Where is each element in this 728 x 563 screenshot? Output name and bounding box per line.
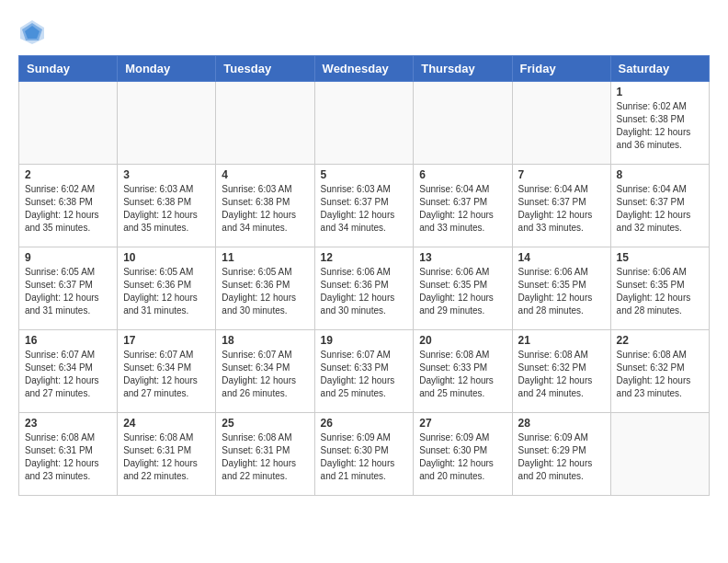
calendar-cell: 16Sunrise: 6:07 AM Sunset: 6:34 PM Dayli… xyxy=(19,330,118,413)
calendar-cell: 17Sunrise: 6:07 AM Sunset: 6:34 PM Dayli… xyxy=(118,330,216,413)
day-info: Sunrise: 6:05 AM Sunset: 6:37 PM Dayligh… xyxy=(25,266,111,317)
day-number: 14 xyxy=(518,251,605,264)
calendar-week-0: 1Sunrise: 6:02 AM Sunset: 6:38 PM Daylig… xyxy=(19,82,710,165)
calendar-cell: 1Sunrise: 6:02 AM Sunset: 6:38 PM Daylig… xyxy=(610,82,709,165)
day-info: Sunrise: 6:05 AM Sunset: 6:36 PM Dayligh… xyxy=(222,266,308,317)
header-tuesday: Tuesday xyxy=(216,56,314,82)
calendar-cell: 12Sunrise: 6:06 AM Sunset: 6:36 PM Dayli… xyxy=(314,247,414,330)
calendar-cell: 11Sunrise: 6:05 AM Sunset: 6:36 PM Dayli… xyxy=(216,247,314,330)
header-monday: Monday xyxy=(118,56,216,82)
calendar-cell: 28Sunrise: 6:09 AM Sunset: 6:29 PM Dayli… xyxy=(512,413,610,496)
day-number: 15 xyxy=(617,251,703,264)
day-number: 18 xyxy=(222,334,308,347)
day-number: 9 xyxy=(25,251,111,264)
day-info: Sunrise: 6:05 AM Sunset: 6:36 PM Dayligh… xyxy=(123,266,210,317)
calendar-week-2: 9Sunrise: 6:05 AM Sunset: 6:37 PM Daylig… xyxy=(19,247,710,330)
calendar-cell: 25Sunrise: 6:08 AM Sunset: 6:31 PM Dayli… xyxy=(216,413,314,496)
calendar-cell xyxy=(118,82,216,165)
day-number: 11 xyxy=(222,251,308,264)
calendar-cell: 15Sunrise: 6:06 AM Sunset: 6:35 PM Dayli… xyxy=(610,247,709,330)
calendar-cell xyxy=(19,82,118,165)
header-thursday: Thursday xyxy=(414,56,512,82)
day-number: 23 xyxy=(25,417,111,430)
header-sunday: Sunday xyxy=(19,56,118,82)
day-info: Sunrise: 6:03 AM Sunset: 6:37 PM Dayligh… xyxy=(321,183,408,235)
day-number: 2 xyxy=(25,168,111,181)
logo xyxy=(18,18,50,46)
day-number: 21 xyxy=(518,334,605,347)
day-info: Sunrise: 6:03 AM Sunset: 6:38 PM Dayligh… xyxy=(222,183,308,235)
calendar-cell: 22Sunrise: 6:08 AM Sunset: 6:32 PM Dayli… xyxy=(610,330,709,413)
day-number: 20 xyxy=(419,334,506,347)
calendar-cell: 4Sunrise: 6:03 AM Sunset: 6:38 PM Daylig… xyxy=(216,165,314,247)
day-info: Sunrise: 6:07 AM Sunset: 6:34 PM Dayligh… xyxy=(25,349,111,400)
day-number: 27 xyxy=(419,417,506,430)
calendar-cell xyxy=(314,82,414,165)
calendar-cell: 10Sunrise: 6:05 AM Sunset: 6:36 PM Dayli… xyxy=(118,247,216,330)
day-number: 19 xyxy=(321,334,408,347)
day-info: Sunrise: 6:08 AM Sunset: 6:33 PM Dayligh… xyxy=(419,349,506,400)
calendar-cell: 14Sunrise: 6:06 AM Sunset: 6:35 PM Dayli… xyxy=(512,247,610,330)
calendar-cell xyxy=(414,82,512,165)
calendar-week-3: 16Sunrise: 6:07 AM Sunset: 6:34 PM Dayli… xyxy=(19,330,710,413)
day-number: 24 xyxy=(123,417,210,430)
day-info: Sunrise: 6:08 AM Sunset: 6:31 PM Dayligh… xyxy=(123,431,210,483)
day-info: Sunrise: 6:04 AM Sunset: 6:37 PM Dayligh… xyxy=(419,183,506,235)
header-wednesday: Wednesday xyxy=(314,56,414,82)
day-number: 16 xyxy=(25,334,111,347)
day-number: 4 xyxy=(222,168,308,181)
day-number: 26 xyxy=(321,417,408,430)
day-info: Sunrise: 6:02 AM Sunset: 6:38 PM Dayligh… xyxy=(617,100,703,152)
calendar-cell: 23Sunrise: 6:08 AM Sunset: 6:31 PM Dayli… xyxy=(19,413,118,496)
day-number: 12 xyxy=(321,251,408,264)
day-info: Sunrise: 6:07 AM Sunset: 6:34 PM Dayligh… xyxy=(222,349,308,400)
day-info: Sunrise: 6:07 AM Sunset: 6:34 PM Dayligh… xyxy=(123,349,210,400)
day-info: Sunrise: 6:04 AM Sunset: 6:37 PM Dayligh… xyxy=(617,183,703,235)
calendar-week-4: 23Sunrise: 6:08 AM Sunset: 6:31 PM Dayli… xyxy=(19,413,710,496)
calendar-week-1: 2Sunrise: 6:02 AM Sunset: 6:38 PM Daylig… xyxy=(19,165,710,247)
day-info: Sunrise: 6:06 AM Sunset: 6:35 PM Dayligh… xyxy=(518,266,605,317)
day-info: Sunrise: 6:03 AM Sunset: 6:38 PM Dayligh… xyxy=(123,183,210,235)
calendar-cell: 27Sunrise: 6:09 AM Sunset: 6:30 PM Dayli… xyxy=(414,413,512,496)
day-number: 28 xyxy=(518,417,605,430)
calendar-cell: 19Sunrise: 6:07 AM Sunset: 6:33 PM Dayli… xyxy=(314,330,414,413)
calendar-cell: 26Sunrise: 6:09 AM Sunset: 6:30 PM Dayli… xyxy=(314,413,414,496)
day-number: 7 xyxy=(518,168,605,181)
day-number: 13 xyxy=(419,251,506,264)
calendar-header-row: SundayMondayTuesdayWednesdayThursdayFrid… xyxy=(19,56,710,82)
calendar-cell: 3Sunrise: 6:03 AM Sunset: 6:38 PM Daylig… xyxy=(118,165,216,247)
calendar-cell: 13Sunrise: 6:06 AM Sunset: 6:35 PM Dayli… xyxy=(414,247,512,330)
day-info: Sunrise: 6:07 AM Sunset: 6:33 PM Dayligh… xyxy=(321,349,408,400)
calendar-cell: 20Sunrise: 6:08 AM Sunset: 6:33 PM Dayli… xyxy=(414,330,512,413)
day-info: Sunrise: 6:06 AM Sunset: 6:36 PM Dayligh… xyxy=(321,266,408,317)
calendar-cell: 9Sunrise: 6:05 AM Sunset: 6:37 PM Daylig… xyxy=(19,247,118,330)
calendar-cell xyxy=(512,82,610,165)
day-info: Sunrise: 6:08 AM Sunset: 6:32 PM Dayligh… xyxy=(518,349,605,400)
day-number: 6 xyxy=(419,168,506,181)
day-number: 25 xyxy=(222,417,308,430)
day-number: 22 xyxy=(617,334,703,347)
day-info: Sunrise: 6:09 AM Sunset: 6:29 PM Dayligh… xyxy=(518,431,605,483)
day-info: Sunrise: 6:02 AM Sunset: 6:38 PM Dayligh… xyxy=(25,183,111,235)
calendar-cell: 21Sunrise: 6:08 AM Sunset: 6:32 PM Dayli… xyxy=(512,330,610,413)
calendar: SundayMondayTuesdayWednesdayThursdayFrid… xyxy=(18,55,710,496)
calendar-cell: 5Sunrise: 6:03 AM Sunset: 6:37 PM Daylig… xyxy=(314,165,414,247)
day-number: 1 xyxy=(617,86,703,98)
day-info: Sunrise: 6:06 AM Sunset: 6:35 PM Dayligh… xyxy=(419,266,506,317)
header xyxy=(18,18,710,46)
day-info: Sunrise: 6:09 AM Sunset: 6:30 PM Dayligh… xyxy=(419,431,506,483)
day-info: Sunrise: 6:04 AM Sunset: 6:37 PM Dayligh… xyxy=(518,183,605,235)
day-number: 8 xyxy=(617,168,703,181)
day-number: 3 xyxy=(123,168,210,181)
day-number: 10 xyxy=(123,251,210,264)
calendar-cell: 24Sunrise: 6:08 AM Sunset: 6:31 PM Dayli… xyxy=(118,413,216,496)
calendar-cell xyxy=(216,82,314,165)
header-saturday: Saturday xyxy=(610,56,709,82)
calendar-cell: 8Sunrise: 6:04 AM Sunset: 6:37 PM Daylig… xyxy=(610,165,709,247)
calendar-cell: 7Sunrise: 6:04 AM Sunset: 6:37 PM Daylig… xyxy=(512,165,610,247)
calendar-cell xyxy=(610,413,709,496)
day-info: Sunrise: 6:06 AM Sunset: 6:35 PM Dayligh… xyxy=(617,266,703,317)
day-number: 5 xyxy=(321,168,408,181)
day-number: 17 xyxy=(123,334,210,347)
calendar-cell: 18Sunrise: 6:07 AM Sunset: 6:34 PM Dayli… xyxy=(216,330,314,413)
